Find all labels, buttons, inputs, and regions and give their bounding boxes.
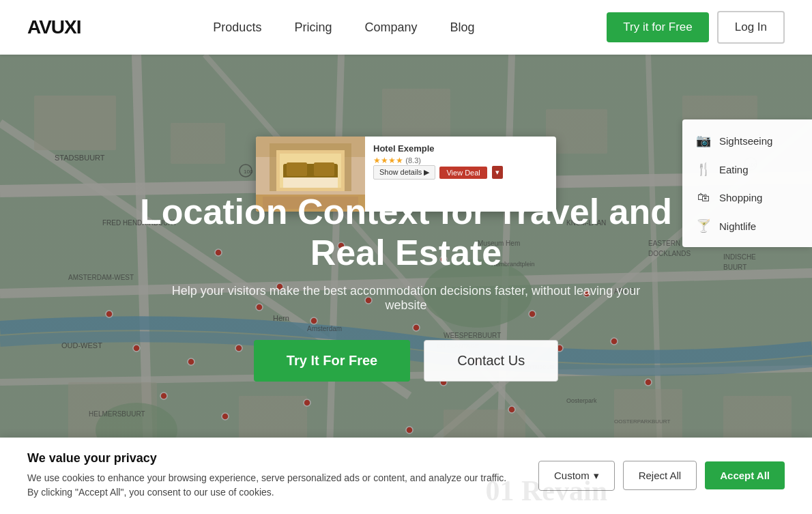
hero-try-free-button[interactable]: Try It For Free xyxy=(254,340,410,382)
nav-products[interactable]: Products xyxy=(197,20,278,35)
cookie-text-block: We value your privacy We use cookies to … xyxy=(27,451,522,500)
nav-links: Products Pricing Company Blog xyxy=(197,20,491,35)
cookie-reject-button[interactable]: Reject All xyxy=(623,461,697,490)
hero-subtitle: Help your visitors make the best accommo… xyxy=(167,284,645,313)
navbar: AVUXI Products Pricing Company Blog Try … xyxy=(0,0,812,55)
cookie-custom-arrow-icon: ▾ xyxy=(594,470,599,482)
hero-buttons: Try It For Free Contact Us xyxy=(254,340,558,382)
cookie-custom-button[interactable]: Custom ▾ xyxy=(538,461,615,491)
cookie-custom-label: Custom xyxy=(554,470,590,481)
hero-title: Location Context for Travel and Real Est… xyxy=(133,192,679,274)
nav-try-free-button[interactable]: Try it for Free xyxy=(607,12,708,42)
cookie-actions: Custom ▾ Reject All Accept All xyxy=(538,461,785,491)
hero-contact-button[interactable]: Contact Us xyxy=(424,340,558,382)
nav-blog[interactable]: Blog xyxy=(433,20,491,35)
nav-actions: Try it for Free Log In xyxy=(607,11,785,44)
nav-company[interactable]: Company xyxy=(348,20,433,35)
cookie-title: We value your privacy xyxy=(27,451,522,466)
cookie-banner: We value your privacy We use cookies to … xyxy=(0,438,812,514)
nav-login-button[interactable]: Log In xyxy=(717,11,785,44)
cookie-body: We use cookies to enhance your browsing … xyxy=(27,471,519,500)
cookie-accept-all-button[interactable]: Accept All xyxy=(705,461,785,489)
nav-pricing[interactable]: Pricing xyxy=(278,20,348,35)
logo: AVUXI xyxy=(27,16,81,38)
